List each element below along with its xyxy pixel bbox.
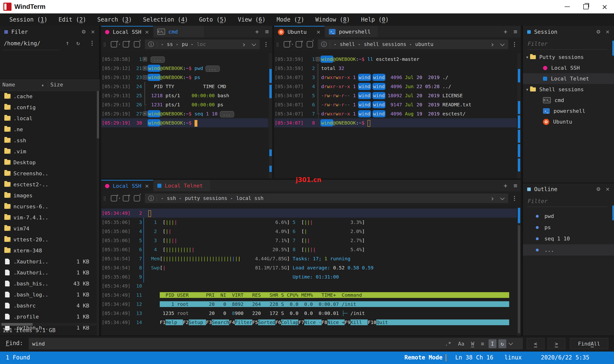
collapse-arrow-icon[interactable]: ▼ [526, 88, 528, 91]
tab-list-icon[interactable]: ≡ [265, 28, 269, 35]
session-item-local-telnet[interactable]: Local Telnet [523, 73, 614, 84]
pane-more-icon[interactable]: ⋮ [512, 41, 517, 48]
outline-settings-gear-icon[interactable]: ⚙ [596, 186, 601, 192]
outline-item[interactable]: ... [523, 244, 614, 256]
tab-cmd[interactable]: cmd [154, 26, 204, 37]
info-icon[interactable]: ⓘ [148, 40, 154, 48]
collapse-arrow-icon[interactable]: ▼ [526, 55, 528, 59]
new-session-icon[interactable] [111, 41, 117, 47]
file-row[interactable]: .cache [0, 91, 97, 102]
outline-item[interactable]: ps [523, 222, 614, 233]
fold-marker[interactable] [142, 55, 148, 64]
find-all-button[interactable]: Find All [570, 338, 608, 349]
close-session-icon[interactable] [296, 41, 302, 47]
terminal-scrollbar[interactable] [269, 53, 272, 178]
filer-horizontal-scrollbar[interactable] [0, 323, 97, 326]
file-row[interactable]: xterm-348 [0, 245, 97, 256]
find-option-in-lines[interactable]: ≡ [478, 339, 486, 348]
menu-edit[interactable]: Edit (2) [53, 13, 92, 26]
file-row[interactable]: Screensho.. [0, 168, 97, 179]
breadcrumb-item[interactable]: shell [340, 41, 355, 47]
menu-search[interactable]: Search (3) [92, 13, 138, 26]
pane-more-icon[interactable]: ⋮ [263, 41, 269, 48]
new-tab-plus-icon[interactable]: + [255, 28, 259, 35]
tab-powershell[interactable]: powershell [325, 26, 378, 37]
mode-indicator[interactable]: Remote Mode [404, 354, 443, 361]
menu-view[interactable]: View (6) [232, 13, 271, 26]
fold-marker[interactable] [142, 73, 148, 82]
file-row[interactable]: .profile1 KB [0, 311, 97, 322]
address-dropdown-icon[interactable] [500, 42, 504, 46]
close-button[interactable]: × [595, 0, 614, 13]
file-row[interactable]: .ssh [0, 135, 97, 146]
breadcrumb-item[interactable]: ss [167, 41, 173, 47]
session-item-cmd[interactable]: cmd [523, 95, 614, 106]
pane-more-icon[interactable]: ⋮ [512, 195, 517, 202]
new-tab-plus-icon[interactable]: + [504, 28, 507, 35]
tab-list-icon[interactable]: ≡ [514, 182, 517, 189]
breadcrumb-item[interactable]: pu [182, 41, 188, 47]
column-size[interactable]: Size [50, 82, 63, 88]
fold-marker[interactable] [315, 55, 321, 64]
menu-mode[interactable]: Mode (7) [271, 13, 310, 26]
info-icon[interactable]: ⓘ [321, 40, 327, 48]
drag-handle-icon[interactable]: ⣿ [103, 196, 106, 201]
find-next-button[interactable]: > [547, 338, 565, 349]
tab-local-ssh[interactable]: Local SSH× [101, 26, 153, 37]
session-group-shell-sessions[interactable]: ▼Shell sessions [523, 84, 614, 95]
file-row[interactable]: ncurses-6.. [0, 201, 97, 212]
address-dropdown-icon[interactable] [500, 196, 504, 200]
close-session-icon[interactable] [123, 195, 129, 201]
expand-chevron-icon[interactable]: › [490, 40, 495, 49]
file-row[interactable]: .config [0, 102, 97, 113]
address-bar[interactable]: ⓘ▸shell▸shell sessions▸ubuntu› [318, 39, 508, 49]
reopen-session-icon[interactable] [134, 41, 140, 47]
address-bar[interactable]: ⓘ▸ss▸pu▸loc› [145, 39, 260, 49]
new-tab-plus-icon[interactable]: + [504, 182, 507, 189]
outline-item[interactable]: seq 1 10 [523, 233, 614, 244]
find-previous-button[interactable]: < [527, 338, 544, 349]
new-session-icon[interactable] [111, 195, 117, 201]
minimize-button[interactable] [558, 0, 577, 13]
file-row[interactable]: .vim [0, 146, 97, 157]
tab-close-icon[interactable]: × [145, 29, 149, 35]
outline-item[interactable]: pwd [523, 210, 614, 222]
filer-vertical-scrollbar[interactable] [97, 91, 99, 349]
menu-window[interactable]: Window (8) [310, 13, 356, 26]
outline-filter-input[interactable] [527, 197, 607, 207]
address-dropdown-icon[interactable] [251, 42, 256, 46]
find-option-in-selection[interactable]: I [488, 339, 496, 348]
up-directory-icon[interactable]: ↑ [66, 40, 69, 46]
filer-settings-gear-icon[interactable]: ⚙ [82, 29, 86, 35]
find-option-wrap-around[interactable]: ↻ [498, 339, 506, 348]
find-option-regex[interactable]: .* [443, 339, 454, 348]
address-bar[interactable]: ⓘ▸ssh▸putty sessions▸local ssh› [145, 194, 508, 203]
new-session-dropdown-icon[interactable]: ▾ [118, 43, 120, 46]
maximize-button[interactable] [577, 0, 595, 13]
column-name[interactable]: Name [2, 82, 15, 88]
menu-selection[interactable]: Selection (4) [138, 13, 194, 26]
file-row[interactable]: vttest-20.. [0, 234, 97, 245]
file-row[interactable]: vim-7.4.1.. [0, 212, 97, 223]
session-item-ubuntu[interactable]: Ubuntu [523, 116, 614, 127]
reopen-session-icon[interactable] [307, 41, 313, 47]
top-left-pane-content[interactable]: [05:28:58]1...[05:29:12]21wind@ONEBOOK:~… [101, 51, 268, 178]
tab-close-icon[interactable]: × [316, 29, 321, 35]
breadcrumb-item[interactable]: ssh [167, 195, 176, 201]
expand-chevron-icon[interactable]: › [490, 194, 495, 203]
tab-local-telnet[interactable]: Local Telnet [154, 180, 210, 191]
session-filter-input[interactable] [527, 40, 607, 50]
refresh-icon[interactable]: ↻ [76, 40, 80, 46]
expand-chevron-icon[interactable]: › [242, 40, 246, 49]
session-settings-gear-icon[interactable]: ⚙ [596, 29, 601, 35]
menu-help[interactable]: Help (0) [355, 13, 394, 26]
tab-close-icon[interactable]: × [145, 183, 149, 189]
tab-list-icon[interactable]: ≡ [514, 28, 517, 35]
breadcrumb-item[interactable]: ubuntu [415, 41, 433, 47]
file-row[interactable]: esctest2-.. [0, 179, 97, 190]
breadcrumb-item[interactable]: loc [197, 41, 206, 47]
filer-close-icon[interactable]: × [91, 29, 95, 35]
file-row[interactable]: .bash_log..1 KB [0, 289, 97, 300]
session-close-icon[interactable]: × [605, 29, 610, 35]
system-type[interactable]: linux [504, 354, 522, 361]
